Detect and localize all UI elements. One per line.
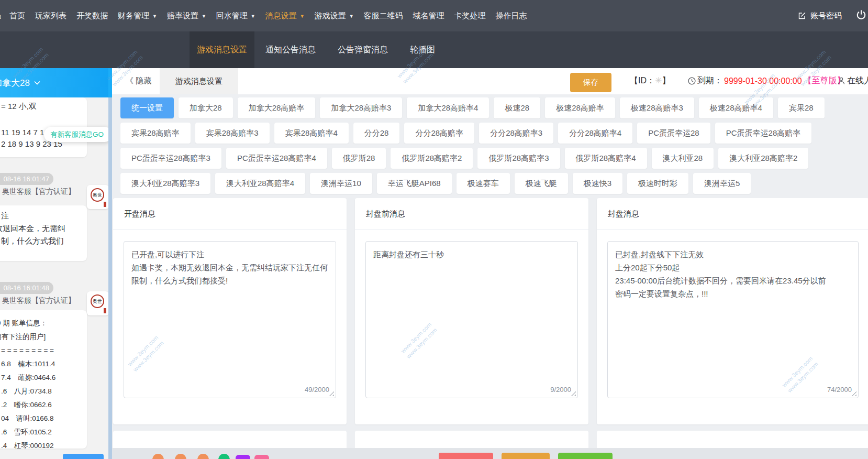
game-selector-grid: 统一设置 加拿大28 加拿大28高赔率 加拿大28高赔率3 加拿大28高赔率4 …: [112, 94, 868, 198]
nav-item-finance[interactable]: 财务管理▼: [118, 11, 157, 21]
tab-carousel[interactable]: 轮播图: [399, 31, 446, 68]
game-tab[interactable]: PC蛋蛋幸运28高赔率: [715, 123, 812, 144]
panel-title: 封盘前消息: [355, 198, 588, 230]
bottom-toolbar: [112, 448, 868, 459]
nav-item-home[interactable]: 首页: [9, 11, 25, 21]
chat-line: 注: [1, 210, 87, 222]
resize-handle-icon[interactable]: [571, 391, 576, 396]
game-row: 宾果28高赔率 宾果28高赔率3 宾果28高赔率4 分分28 分分28高赔率 分…: [120, 123, 868, 144]
expire-label: 到期：: [697, 75, 722, 86]
nav-item-lottery-data[interactable]: 开奖数据: [76, 11, 108, 21]
chat-timestamp: 08-16 16:01:47: [0, 173, 53, 185]
toolbar-tab-game-message[interactable]: 游戏消息设置: [160, 68, 238, 94]
game-tab[interactable]: 加拿大28: [179, 97, 233, 118]
nav-item-domain[interactable]: 域名管理: [413, 11, 444, 21]
bottom-button-green[interactable]: [558, 453, 613, 459]
resize-handle-icon[interactable]: [329, 391, 334, 396]
nav-item-odds[interactable]: 赔率设置▼: [167, 11, 206, 21]
game-tab[interactable]: PC蛋蛋幸运28高赔率3: [120, 148, 221, 169]
color-dot-orange[interactable]: [175, 454, 186, 459]
nav-label: 开奖数据: [76, 11, 108, 21]
game-tab[interactable]: 极速28高赔率: [545, 97, 615, 118]
game-tab[interactable]: 幸运飞艇API68: [377, 173, 452, 194]
nav-item-logs[interactable]: 操作日志: [496, 11, 527, 21]
tab-notice-announcement[interactable]: 通知公告消息: [254, 31, 327, 68]
color-dot-orange[interactable]: [152, 454, 164, 459]
game-tab[interactable]: 俄罗斯28高赔率2: [391, 148, 473, 169]
sub-navbar: 游戏消息设置 通知公告消息 公告弹窗消息 轮播图: [0, 31, 868, 68]
nav-label: 客服二维码: [364, 11, 403, 21]
game-tab-unified[interactable]: 统一设置: [120, 97, 174, 118]
new-message-notice[interactable]: 有新客服消息GO: [44, 127, 108, 142]
color-swatch-pink[interactable]: [254, 455, 269, 459]
game-tab[interactable]: 俄罗斯28高赔率3: [477, 148, 560, 169]
game-tab[interactable]: 分分28: [353, 123, 400, 144]
bottom-button-orange[interactable]: [502, 453, 550, 459]
color-swatch-purple[interactable]: [236, 455, 250, 459]
game-tab[interactable]: 极速28高赔率4: [699, 97, 773, 118]
textarea-value: 已封盘,封盘线下下注无效 上分20起下分50起 23:45-00:00后台统计数…: [608, 242, 858, 307]
game-tab[interactable]: 加拿大28高赔率3: [320, 97, 402, 118]
game-tab[interactable]: 俄罗斯28: [332, 148, 386, 169]
before-close-message-textarea[interactable]: 距离封盘还有三十秒 9/2000: [365, 241, 578, 398]
game-tab[interactable]: 宾果28: [778, 97, 825, 118]
game-tab[interactable]: 分分28高赔率: [404, 123, 474, 144]
game-tab[interactable]: 加拿大28高赔率4: [407, 97, 489, 118]
game-tab[interactable]: PC蛋蛋幸运28: [637, 123, 710, 144]
send-button[interactable]: [63, 454, 104, 459]
game-tab[interactable]: PC蛋蛋幸运28高赔率4: [226, 148, 327, 169]
avatar-seal: [104, 202, 106, 207]
bottom-button-red[interactable]: [439, 453, 493, 459]
game-tab[interactable]: 极速时时彩: [627, 173, 688, 194]
top-navbar: ⌂ 首页 玩家列表 开奖数据 财务管理▼ 赔率设置▼ 回水管理▼ 消息设置▼ 游…: [0, 0, 868, 31]
hide-sidebar-button[interactable]: 《 隐藏: [126, 76, 151, 86]
nav-label: 玩家列表: [35, 11, 66, 21]
save-button[interactable]: 保存: [570, 73, 611, 92]
game-row: PC蛋蛋幸运28高赔率3 PC蛋蛋幸运28高赔率4 俄罗斯28 俄罗斯28高赔率…: [120, 148, 868, 169]
game-tab[interactable]: 澳洲幸运10: [310, 173, 372, 194]
chat-line: .2 嗜你:0662.6: [1, 398, 87, 412]
nav-item-game-settings[interactable]: 游戏设置▼: [315, 11, 354, 21]
game-tab[interactable]: 澳大利亚28: [652, 148, 714, 169]
caret-down-icon: ▼: [300, 14, 305, 19]
color-dot-orange[interactable]: [197, 454, 209, 459]
game-tab[interactable]: 极速28: [494, 97, 540, 118]
game-tab[interactable]: 澳大利亚28高赔率4: [215, 173, 305, 194]
tab-popup-announcement[interactable]: 公告弹窗消息: [327, 31, 399, 68]
game-tab[interactable]: 宾果28高赔率: [120, 123, 191, 144]
game-tab[interactable]: 宾果28高赔率3: [195, 123, 270, 144]
game-tab[interactable]: 极速快3: [573, 173, 622, 194]
nav-item-service-qrcode[interactable]: 客服二维码: [364, 11, 403, 21]
avatar: 奥世: [87, 185, 108, 209]
game-tab[interactable]: 宾果28高赔率4: [274, 123, 349, 144]
color-dot-green[interactable]: [218, 454, 230, 459]
game-tab[interactable]: 分分28高赔率4: [558, 123, 632, 144]
game-tab[interactable]: 极速28高赔率3: [620, 97, 694, 118]
game-tab[interactable]: 极速飞艇: [515, 173, 568, 194]
open-message-textarea[interactable]: 已开盘,可以进行下注 如遇卡奖，本期无效退回本金，无需纠结玩家下注无任何限制，什…: [124, 241, 336, 398]
game-tab[interactable]: 极速赛车: [457, 173, 510, 194]
account-password-button[interactable]: 账号密码: [798, 0, 842, 31]
nav-item-stuck-prize[interactable]: 卡奖处理: [454, 11, 486, 21]
game-tab[interactable]: 分分28高赔率3: [479, 123, 553, 144]
avatar-logo: 奥世: [91, 188, 104, 202]
char-counter: 74/2000: [827, 386, 852, 394]
game-tab[interactable]: 澳大利亚28高赔率2: [718, 148, 808, 169]
close-message-textarea[interactable]: 已封盘,封盘线下下注无效 上分20起下分50起 23:45-00:00后台统计数…: [607, 241, 859, 398]
power-icon[interactable]: [855, 9, 867, 21]
panel-title: 开盘消息: [113, 198, 347, 230]
tab-game-message-settings[interactable]: 游戏消息设置: [190, 31, 254, 68]
resize-handle-icon[interactable]: [851, 391, 856, 396]
game-tab[interactable]: 澳洲幸运5: [693, 173, 751, 194]
nav-item-rebate[interactable]: 回水管理▼: [216, 11, 255, 21]
char-counter: 49/2000: [305, 386, 329, 394]
game-tab[interactable]: 加拿大28高赔率: [238, 97, 316, 118]
game-tab[interactable]: 俄罗斯28高赔率4: [565, 148, 647, 169]
edit-icon: [798, 12, 806, 20]
nav-item-players[interactable]: 玩家列表: [35, 11, 66, 21]
chat-line: 7.4 蓶妳:0464.6: [1, 371, 87, 385]
chat-timestamp: 08-16 16:01:48: [0, 282, 53, 294]
nav-item-message-settings[interactable]: 消息设置▼: [265, 11, 305, 21]
sidebar-game-selector[interactable]: 加拿大28: [0, 68, 108, 97]
game-tab[interactable]: 澳大利亚28高赔率3: [120, 173, 210, 194]
